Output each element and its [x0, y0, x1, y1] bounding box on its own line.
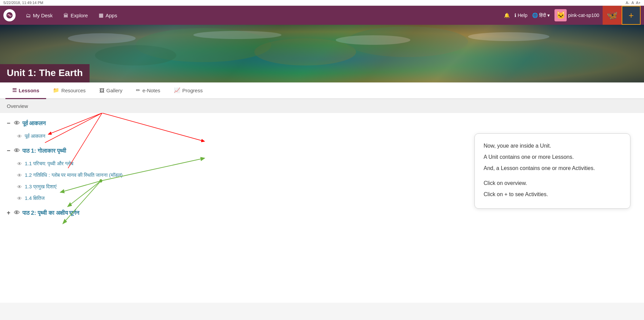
sub-label-1-3: 1.3 प्रमुख दिशाएं: [25, 184, 57, 190]
globe-icon: 🌐: [532, 13, 538, 18]
eye-icon-1-1: 👁: [17, 161, 22, 167]
tab-resources-label: Resources: [61, 88, 86, 93]
user-profile[interactable]: 🐱 pink-cat-sp100: [554, 9, 599, 21]
help-info-icon: ℹ: [514, 13, 516, 18]
sub-label-1-2: 1.2 गतिविधि : ग्लोब पर मानव की स्थिति जा…: [25, 172, 123, 178]
apps-icon: ▦: [99, 12, 103, 18]
tooltip-line4: Click on overview.: [484, 178, 621, 188]
toggle-purva[interactable]: −: [7, 120, 11, 127]
svg-point-7: [68, 33, 136, 43]
nav-items: 🗂 My Desk 🏛 Explore ▦ Apps: [21, 10, 504, 21]
desk-icon: 🗂: [26, 13, 31, 18]
chevron-down-icon: ▾: [547, 13, 550, 18]
tab-progress-label: Progress: [182, 88, 203, 93]
eye-icon-path2: 👁: [14, 210, 20, 217]
folder-icon: 📁: [53, 87, 59, 93]
svg-point-10: [468, 32, 549, 41]
font-small-btn[interactable]: A-: [626, 1, 629, 5]
nav-my-desk-label: My Desk: [33, 13, 53, 18]
nav-explore-label: Explore: [71, 13, 88, 18]
content-area: Overview − 👁 पूर्व आकलन 👁 पूर्व आकलन − 👁…: [0, 99, 644, 303]
nav-right: 🔔 ℹ Help 🌐 हिंदी ▾ 🐱 pink-cat-sp100: [504, 9, 599, 21]
avatar: 🐱: [554, 9, 567, 21]
datetime: 5/22/2018, 11:49:14 PM: [3, 1, 43, 5]
lesson-header-purva[interactable]: − 👁 पूर्व आकलन: [7, 116, 637, 130]
bell-button[interactable]: 🔔: [504, 13, 510, 18]
eye-icon-1-3: 👁: [17, 184, 22, 190]
hero-overlay: Unit 1: The Earth: [0, 64, 90, 82]
tab-lessons-label: Lessons: [19, 88, 39, 93]
nav-apps[interactable]: ▦ Apps: [94, 10, 122, 21]
tab-gallery[interactable]: 🖼 Gallery: [93, 82, 130, 99]
font-medium-btn[interactable]: A: [631, 1, 634, 5]
eye-icon-purva: 👁: [14, 120, 20, 127]
tooltip-line1: Now, youe are inside a Unit.: [484, 141, 621, 151]
sub-label-1-1: 1.1 परिचय: पृथ्वी और ग्लोब: [25, 161, 73, 167]
unit-title: Unit 1: The Earth: [7, 68, 83, 78]
username-label: pink-cat-sp100: [568, 13, 599, 18]
svg-point-9: [336, 35, 410, 45]
nav-bar: 🗂 My Desk 🏛 Explore ▦ Apps 🔔 ℹ Help 🌐 हि…: [0, 6, 644, 25]
tab-progress[interactable]: 📈 Progress: [167, 82, 210, 99]
font-large-btn[interactable]: A+: [636, 1, 641, 5]
lesson-title-path1: पाठ 1: गोलाकार पृथ्वी: [22, 148, 66, 154]
tab-lessons[interactable]: ☰ Lessons: [5, 82, 46, 99]
tooltip-box: Now, youe are inside a Unit. A Unit cont…: [474, 133, 630, 209]
toggle-path1[interactable]: −: [7, 147, 11, 154]
bell-icon: 🔔: [504, 13, 510, 18]
eye-icon-path1: 👁: [14, 148, 20, 154]
eye-icon-1-4: 👁: [17, 195, 22, 201]
svg-point-8: [193, 31, 281, 39]
edit-icon: ✏: [136, 87, 140, 93]
lesson-title-purva: पूर्व आकलन: [22, 120, 46, 127]
language-label: हिंदी: [539, 13, 546, 18]
tooltip-line3: And, a Lesson contains one or more Activ…: [484, 164, 621, 173]
tooltip-line2: A Unit contains one or more Lessons.: [484, 152, 621, 162]
tab-gallery-label: Gallery: [106, 88, 123, 93]
top-bar: 5/22/2018, 11:49:14 PM A- A A+: [0, 0, 644, 6]
language-selector[interactable]: 🌐 हिंदी ▾: [532, 13, 550, 18]
site-logo[interactable]: [3, 9, 16, 21]
overview-bar: Overview: [0, 99, 644, 113]
plus-icon: +: [628, 10, 633, 21]
svg-point-1: [8, 14, 11, 16]
tab-enotes-label: e-Notes: [142, 88, 160, 93]
nav-my-desk[interactable]: 🗂 My Desk: [21, 10, 57, 21]
list-icon: ☰: [12, 87, 17, 93]
tabs-bar: ☰ Lessons 📁 Resources 🖼 Gallery ✏ e-Note…: [0, 82, 644, 99]
eye-icon-1-2: 👁: [17, 172, 22, 178]
sub-label-1-4: 1.4 क्षितिज: [25, 195, 45, 201]
lesson-list: − 👁 पूर्व आकलन 👁 पूर्व आकलन − 👁 पाठ 1: ग…: [0, 113, 644, 283]
overview-label: Overview: [7, 103, 28, 109]
help-button[interactable]: ℹ Help: [514, 13, 527, 18]
font-size-controls[interactable]: A- A A+: [626, 1, 641, 5]
hero-banner: Unit 1: The Earth: [0, 25, 644, 82]
help-label: Help: [518, 13, 527, 18]
add-button[interactable]: +: [622, 6, 641, 25]
eye-icon-sub-purva: 👁: [17, 133, 22, 139]
chart-icon: 📈: [174, 87, 180, 93]
svg-point-6: [95, 45, 176, 65]
explore-icon: 🏛: [63, 13, 69, 18]
tab-resources[interactable]: 📁 Resources: [46, 82, 93, 99]
image-icon: 🖼: [99, 88, 104, 93]
butterfly-button[interactable]: 🦋: [603, 6, 622, 25]
tooltip-line5: Click on + to see Activities.: [484, 190, 621, 200]
toggle-path2[interactable]: +: [7, 209, 11, 217]
nav-apps-label: Apps: [105, 13, 117, 18]
sub-label-purva-1: पूर्व आकलन: [25, 133, 45, 139]
butterfly-icon: 🦋: [607, 10, 618, 21]
tab-enotes[interactable]: ✏ e-Notes: [129, 82, 167, 99]
lesson-title-path2: पाठ 2: पृथ्वी का अक्षीय घूर्णन: [22, 210, 80, 217]
nav-explore[interactable]: 🏛 Explore: [59, 10, 93, 21]
